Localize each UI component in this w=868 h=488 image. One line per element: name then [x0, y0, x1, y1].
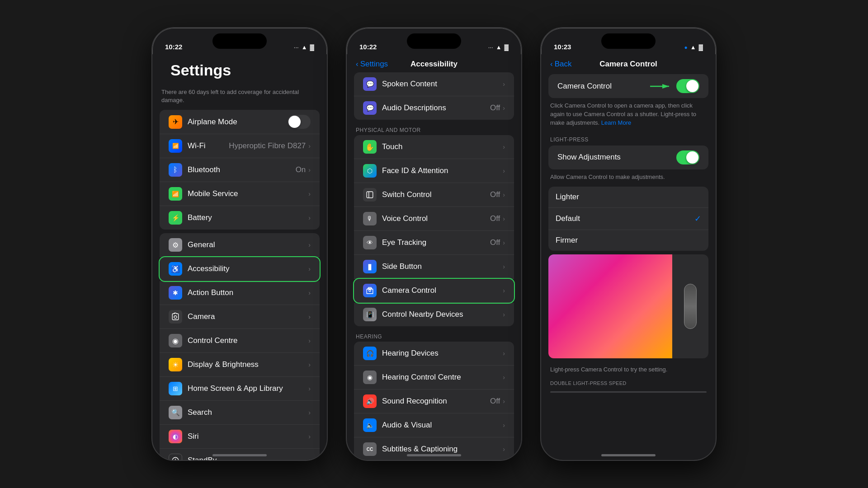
control-label: Control Centre — [188, 336, 308, 345]
general-chevron: › — [308, 241, 311, 249]
airplane-toggle[interactable] — [288, 115, 311, 129]
standby-icon — [169, 454, 182, 460]
lighter-option[interactable]: Lighter — [548, 187, 708, 208]
switch-item[interactable]: Switch Control Off › — [354, 183, 514, 207]
switch-label: Switch Control — [382, 190, 490, 199]
settings-item-search[interactable]: 🔍 Search › — [160, 401, 320, 425]
audio-desc-item[interactable]: 💬 Audio Descriptions Off › — [354, 96, 514, 120]
homescreen-label: Home Screen & App Library — [188, 384, 308, 393]
time-2: 10:22 — [359, 43, 377, 51]
show-adjustments-toggle[interactable] — [676, 150, 699, 164]
audiodesc-icon: 💬 — [363, 101, 377, 115]
signal-icon-2: ··· — [488, 44, 493, 51]
sound-chevron: › — [503, 398, 505, 405]
cc-toggle-switch[interactable] — [676, 79, 699, 93]
pressure-selector: Lighter Default ✓ Firmer — [548, 187, 708, 251]
settings-back-button[interactable]: ‹ Settings — [356, 60, 388, 69]
settings-item-control[interactable]: ◉ Control Centre › — [160, 329, 320, 353]
learn-more-link[interactable]: Learn More — [601, 119, 631, 126]
settings-item-bluetooth[interactable]: ᛒ Bluetooth On › — [160, 158, 320, 182]
settings-item-homescreen[interactable]: ⊞ Home Screen & App Library › — [160, 377, 320, 401]
light-press-section-label: LIGHT-PRESS — [541, 133, 716, 145]
mobile-chevron: › — [308, 190, 311, 197]
settings-item-battery[interactable]: ⚡ Battery › — [160, 206, 320, 230]
voice-label: Voice Control — [382, 214, 490, 223]
settings-item-action[interactable]: ✱ Action Button › — [160, 281, 320, 305]
accessibility-icon: ♿ — [169, 262, 182, 276]
cameracontrol-item[interactable]: Camera Control › — [354, 279, 514, 303]
back-chevron-icon: ‹ — [356, 60, 359, 69]
faceid-item[interactable]: ⬡ Face ID & Attention › — [354, 159, 514, 183]
homescreen-icon: ⊞ — [169, 382, 182, 395]
green-arrow-icon — [650, 82, 673, 91]
touch-icon: ✋ — [363, 140, 377, 154]
phone-settings: 10:22 ··· ▲ ▓ Settings There are 60 days… — [151, 27, 328, 461]
touch-item[interactable]: ✋ Touch › — [354, 135, 514, 159]
nearby-item[interactable]: 📳 Control Nearby Devices › — [354, 303, 514, 326]
battery-icon-item: ⚡ — [169, 211, 182, 225]
nearby-icon: 📳 — [363, 308, 377, 321]
display-icon: ☀ — [169, 358, 182, 371]
cameracontrol-label: Camera Control — [382, 286, 503, 295]
battery-chevron: › — [308, 214, 311, 221]
settings-item-mobile[interactable]: 📶 Mobile Service › — [160, 182, 320, 206]
time-3: 10:23 — [554, 43, 571, 51]
eye-value: Off — [490, 238, 500, 247]
audiovisual-chevron: › — [503, 422, 505, 429]
settings-item-display[interactable]: ☀ Display & Brightness › — [160, 353, 320, 377]
hearingcc-item[interactable]: ◉ Hearing Control Centre › — [354, 366, 514, 389]
spoken-content-item[interactable]: 💬 Spoken Content › — [354, 72, 514, 96]
show-adjustments-item[interactable]: Show Adjustments — [548, 145, 708, 169]
siri-chevron: › — [308, 433, 311, 440]
eye-label: Eye Tracking — [382, 238, 490, 247]
side-item[interactable]: ▮ Side Button › — [354, 255, 514, 279]
show-adjustments-label: Show Adjustments — [557, 153, 676, 162]
home-indicator-1 — [212, 454, 267, 456]
hearingdev-item[interactable]: 🎧 Hearing Devices › — [354, 342, 514, 366]
soundrec-item[interactable]: 🔊 Sound Recognition Off › — [354, 389, 514, 413]
wifi-chevron: › — [308, 142, 311, 150]
spoken-chevron: › — [503, 80, 505, 88]
default-label: Default — [556, 214, 694, 223]
settings-item-siri[interactable]: ◐ Siri › — [160, 425, 320, 449]
default-option[interactable]: Default ✓ — [548, 208, 708, 230]
firmer-option[interactable]: Firmer — [548, 230, 708, 251]
cc-main-description: Click Camera Control to open a camera ap… — [541, 98, 716, 133]
accessibility-title: Accessibility — [410, 60, 458, 69]
physical-section: PHYSICAL AND MOTOR ✋ Touch › ⬡ Face ID &… — [347, 123, 521, 326]
audiodesc-label: Audio Descriptions — [382, 103, 490, 113]
hearingcc-label: Hearing Control Centre — [382, 373, 503, 382]
mobile-label: Mobile Service — [188, 189, 308, 198]
damage-notice: There are 60 days left to add coverage f… — [152, 86, 327, 110]
settings-item-wifi[interactable]: 📶 Wi-Fi Hyperoptic Fibre D827 › — [160, 134, 320, 158]
eye-item[interactable]: 👁 Eye Tracking Off › — [354, 231, 514, 255]
status-icons-1: ··· ▲ ▓ — [294, 44, 314, 51]
battery-label: Battery — [188, 213, 308, 222]
back-label: Settings — [360, 60, 388, 69]
camera-preview — [548, 254, 708, 358]
audiovisual-icon: 🔈 — [363, 418, 377, 432]
cc-main-toggle-item[interactable]: Camera Control — [548, 74, 708, 98]
settings-item-accessibility[interactable]: ♿ Accessibility › — [160, 257, 320, 281]
action-label: Action Button — [188, 288, 308, 297]
action-icon: ✱ — [169, 286, 182, 300]
subtitles-chevron: › — [503, 446, 505, 453]
touch-chevron: › — [503, 143, 505, 150]
settings-group1: ✈ Airplane Mode 📶 Wi-Fi Hyperoptic Fibre… — [152, 110, 327, 230]
cc-back-button[interactable]: ‹ Back — [550, 60, 571, 69]
search-label: Search — [188, 408, 308, 417]
audiodesc-value: Off — [490, 103, 500, 113]
settings-item-camera[interactable]: Camera › — [160, 305, 320, 329]
wifi-label: Wi-Fi — [188, 141, 229, 150]
cameracontrol-nav: ‹ Back Camera Control — [541, 54, 716, 72]
settings-item-airplane[interactable]: ✈ Airplane Mode — [160, 110, 320, 134]
hearing-header: HEARING — [347, 330, 521, 342]
settings-item-general[interactable]: ⚙ General › — [160, 233, 320, 257]
subtitles-item[interactable]: CC Subtitles & Captioning › — [354, 437, 514, 460]
double-press-slider[interactable] — [550, 391, 707, 393]
wifi-icon-2: ▲ — [496, 44, 502, 51]
voice-item[interactable]: 🎙 Voice Control Off › — [354, 207, 514, 231]
audiovisual-item[interactable]: 🔈 Audio & Visual › — [354, 413, 514, 437]
cc-title: Camera Control — [599, 60, 657, 69]
spoken-label: Spoken Content — [382, 80, 503, 89]
